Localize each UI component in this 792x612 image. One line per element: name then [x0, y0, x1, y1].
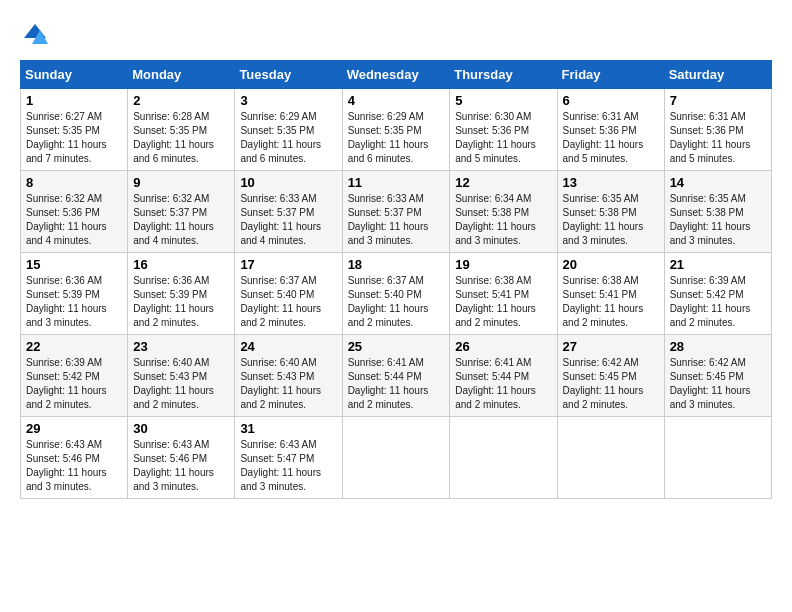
day-number: 15: [26, 257, 122, 272]
calendar-day-28: 28 Sunrise: 6:42 AM Sunset: 5:45 PM Dayl…: [664, 335, 771, 417]
day-info: Sunrise: 6:32 AM Sunset: 5:37 PM Dayligh…: [133, 192, 229, 248]
calendar-day-7: 7 Sunrise: 6:31 AM Sunset: 5:36 PM Dayli…: [664, 89, 771, 171]
day-info: Sunrise: 6:31 AM Sunset: 5:36 PM Dayligh…: [670, 110, 766, 166]
day-number: 18: [348, 257, 445, 272]
day-info: Sunrise: 6:41 AM Sunset: 5:44 PM Dayligh…: [348, 356, 445, 412]
day-info: Sunrise: 6:28 AM Sunset: 5:35 PM Dayligh…: [133, 110, 229, 166]
calendar-day-3: 3 Sunrise: 6:29 AM Sunset: 5:35 PM Dayli…: [235, 89, 342, 171]
day-info: Sunrise: 6:31 AM Sunset: 5:36 PM Dayligh…: [563, 110, 659, 166]
calendar-week-4: 22 Sunrise: 6:39 AM Sunset: 5:42 PM Dayl…: [21, 335, 772, 417]
day-number: 21: [670, 257, 766, 272]
calendar-week-2: 8 Sunrise: 6:32 AM Sunset: 5:36 PM Dayli…: [21, 171, 772, 253]
day-number: 28: [670, 339, 766, 354]
day-info: Sunrise: 6:40 AM Sunset: 5:43 PM Dayligh…: [133, 356, 229, 412]
day-info: Sunrise: 6:29 AM Sunset: 5:35 PM Dayligh…: [348, 110, 445, 166]
day-info: Sunrise: 6:43 AM Sunset: 5:47 PM Dayligh…: [240, 438, 336, 494]
day-number: 10: [240, 175, 336, 190]
day-info: Sunrise: 6:43 AM Sunset: 5:46 PM Dayligh…: [26, 438, 122, 494]
day-info: Sunrise: 6:37 AM Sunset: 5:40 PM Dayligh…: [240, 274, 336, 330]
calendar-table: SundayMondayTuesdayWednesdayThursdayFrid…: [20, 60, 772, 499]
day-info: Sunrise: 6:32 AM Sunset: 5:36 PM Dayligh…: [26, 192, 122, 248]
day-info: Sunrise: 6:43 AM Sunset: 5:46 PM Dayligh…: [133, 438, 229, 494]
day-number: 13: [563, 175, 659, 190]
calendar-day-26: 26 Sunrise: 6:41 AM Sunset: 5:44 PM Dayl…: [450, 335, 557, 417]
calendar-day-15: 15 Sunrise: 6:36 AM Sunset: 5:39 PM Dayl…: [21, 253, 128, 335]
day-number: 12: [455, 175, 551, 190]
calendar-day-31: 31 Sunrise: 6:43 AM Sunset: 5:47 PM Dayl…: [235, 417, 342, 499]
day-number: 5: [455, 93, 551, 108]
empty-cell: [450, 417, 557, 499]
day-number: 20: [563, 257, 659, 272]
weekday-header-friday: Friday: [557, 61, 664, 89]
day-number: 4: [348, 93, 445, 108]
weekday-header-wednesday: Wednesday: [342, 61, 450, 89]
day-info: Sunrise: 6:41 AM Sunset: 5:44 PM Dayligh…: [455, 356, 551, 412]
day-info: Sunrise: 6:38 AM Sunset: 5:41 PM Dayligh…: [563, 274, 659, 330]
weekday-header-thursday: Thursday: [450, 61, 557, 89]
day-number: 17: [240, 257, 336, 272]
calendar-day-2: 2 Sunrise: 6:28 AM Sunset: 5:35 PM Dayli…: [128, 89, 235, 171]
page-header: [20, 20, 772, 50]
day-number: 1: [26, 93, 122, 108]
day-number: 2: [133, 93, 229, 108]
day-info: Sunrise: 6:38 AM Sunset: 5:41 PM Dayligh…: [455, 274, 551, 330]
day-number: 25: [348, 339, 445, 354]
day-info: Sunrise: 6:29 AM Sunset: 5:35 PM Dayligh…: [240, 110, 336, 166]
weekday-header-tuesday: Tuesday: [235, 61, 342, 89]
calendar-day-14: 14 Sunrise: 6:35 AM Sunset: 5:38 PM Dayl…: [664, 171, 771, 253]
calendar-day-16: 16 Sunrise: 6:36 AM Sunset: 5:39 PM Dayl…: [128, 253, 235, 335]
day-info: Sunrise: 6:33 AM Sunset: 5:37 PM Dayligh…: [240, 192, 336, 248]
day-number: 8: [26, 175, 122, 190]
day-number: 31: [240, 421, 336, 436]
day-number: 14: [670, 175, 766, 190]
calendar-day-13: 13 Sunrise: 6:35 AM Sunset: 5:38 PM Dayl…: [557, 171, 664, 253]
calendar-week-5: 29 Sunrise: 6:43 AM Sunset: 5:46 PM Dayl…: [21, 417, 772, 499]
day-number: 9: [133, 175, 229, 190]
empty-cell: [342, 417, 450, 499]
day-info: Sunrise: 6:40 AM Sunset: 5:43 PM Dayligh…: [240, 356, 336, 412]
calendar-day-11: 11 Sunrise: 6:33 AM Sunset: 5:37 PM Dayl…: [342, 171, 450, 253]
calendar-day-18: 18 Sunrise: 6:37 AM Sunset: 5:40 PM Dayl…: [342, 253, 450, 335]
calendar-day-10: 10 Sunrise: 6:33 AM Sunset: 5:37 PM Dayl…: [235, 171, 342, 253]
calendar-day-24: 24 Sunrise: 6:40 AM Sunset: 5:43 PM Dayl…: [235, 335, 342, 417]
calendar-day-1: 1 Sunrise: 6:27 AM Sunset: 5:35 PM Dayli…: [21, 89, 128, 171]
day-info: Sunrise: 6:30 AM Sunset: 5:36 PM Dayligh…: [455, 110, 551, 166]
day-number: 26: [455, 339, 551, 354]
day-info: Sunrise: 6:36 AM Sunset: 5:39 PM Dayligh…: [133, 274, 229, 330]
calendar-day-20: 20 Sunrise: 6:38 AM Sunset: 5:41 PM Dayl…: [557, 253, 664, 335]
calendar-week-1: 1 Sunrise: 6:27 AM Sunset: 5:35 PM Dayli…: [21, 89, 772, 171]
day-info: Sunrise: 6:35 AM Sunset: 5:38 PM Dayligh…: [670, 192, 766, 248]
day-number: 27: [563, 339, 659, 354]
day-info: Sunrise: 6:27 AM Sunset: 5:35 PM Dayligh…: [26, 110, 122, 166]
weekday-header-saturday: Saturday: [664, 61, 771, 89]
day-number: 3: [240, 93, 336, 108]
day-info: Sunrise: 6:33 AM Sunset: 5:37 PM Dayligh…: [348, 192, 445, 248]
calendar-day-9: 9 Sunrise: 6:32 AM Sunset: 5:37 PM Dayli…: [128, 171, 235, 253]
day-number: 29: [26, 421, 122, 436]
day-info: Sunrise: 6:42 AM Sunset: 5:45 PM Dayligh…: [670, 356, 766, 412]
weekday-header-monday: Monday: [128, 61, 235, 89]
day-number: 11: [348, 175, 445, 190]
calendar-day-30: 30 Sunrise: 6:43 AM Sunset: 5:46 PM Dayl…: [128, 417, 235, 499]
empty-cell: [664, 417, 771, 499]
day-number: 23: [133, 339, 229, 354]
day-info: Sunrise: 6:35 AM Sunset: 5:38 PM Dayligh…: [563, 192, 659, 248]
calendar-week-3: 15 Sunrise: 6:36 AM Sunset: 5:39 PM Dayl…: [21, 253, 772, 335]
day-number: 30: [133, 421, 229, 436]
day-number: 24: [240, 339, 336, 354]
day-info: Sunrise: 6:34 AM Sunset: 5:38 PM Dayligh…: [455, 192, 551, 248]
calendar-day-21: 21 Sunrise: 6:39 AM Sunset: 5:42 PM Dayl…: [664, 253, 771, 335]
calendar-day-6: 6 Sunrise: 6:31 AM Sunset: 5:36 PM Dayli…: [557, 89, 664, 171]
day-info: Sunrise: 6:36 AM Sunset: 5:39 PM Dayligh…: [26, 274, 122, 330]
logo-icon: [20, 20, 50, 50]
calendar-day-5: 5 Sunrise: 6:30 AM Sunset: 5:36 PM Dayli…: [450, 89, 557, 171]
calendar-day-17: 17 Sunrise: 6:37 AM Sunset: 5:40 PM Dayl…: [235, 253, 342, 335]
day-info: Sunrise: 6:42 AM Sunset: 5:45 PM Dayligh…: [563, 356, 659, 412]
day-info: Sunrise: 6:39 AM Sunset: 5:42 PM Dayligh…: [670, 274, 766, 330]
calendar-day-8: 8 Sunrise: 6:32 AM Sunset: 5:36 PM Dayli…: [21, 171, 128, 253]
day-number: 19: [455, 257, 551, 272]
calendar-day-12: 12 Sunrise: 6:34 AM Sunset: 5:38 PM Dayl…: [450, 171, 557, 253]
day-info: Sunrise: 6:37 AM Sunset: 5:40 PM Dayligh…: [348, 274, 445, 330]
day-number: 7: [670, 93, 766, 108]
calendar-day-19: 19 Sunrise: 6:38 AM Sunset: 5:41 PM Dayl…: [450, 253, 557, 335]
